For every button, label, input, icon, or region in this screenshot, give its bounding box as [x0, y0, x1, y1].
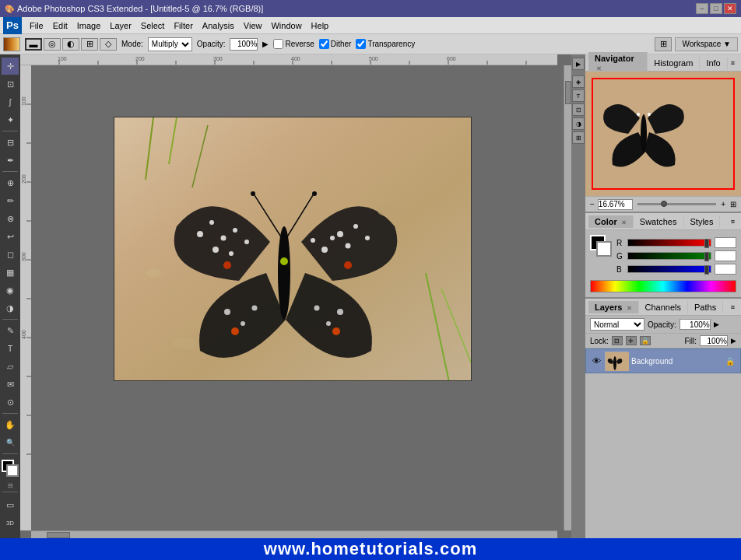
gradient-tool[interactable]: ▦ — [2, 264, 19, 281]
opacity-input[interactable] — [230, 38, 258, 51]
navigator-tab[interactable]: Navigator ✕ — [588, 52, 648, 74]
linear-gradient-btn[interactable]: ▬ — [25, 38, 42, 51]
color-close[interactable]: ✕ — [621, 219, 627, 226]
color-tab[interactable]: Color ✕ — [588, 215, 634, 228]
background-color[interactable] — [6, 464, 19, 477]
menu-image[interactable]: Image — [72, 19, 106, 32]
reflected-gradient-btn[interactable]: ⊞ — [81, 38, 98, 51]
measure-tool[interactable]: ⊙ — [2, 394, 19, 411]
magic-wand-tool[interactable]: ✦ — [2, 111, 19, 128]
notes-tool[interactable]: ✉ — [2, 376, 19, 393]
lock-all-btn[interactable]: 🔒 — [640, 336, 651, 345]
mode-dropdown[interactable]: Multiply Normal Screen Overlay — [148, 37, 192, 51]
horizontal-scrollbar[interactable] — [31, 530, 557, 538]
background-color-swatch[interactable] — [596, 241, 612, 257]
color-options-btn[interactable]: ≡ — [728, 218, 738, 226]
panel-btn-2[interactable]: T — [572, 89, 585, 102]
workspace-icon[interactable]: ⊞ — [655, 37, 672, 51]
menu-view[interactable]: View — [239, 19, 267, 32]
crop-tool[interactable]: ⊟ — [2, 134, 19, 151]
panel-btn-1[interactable]: ◈ — [572, 75, 585, 88]
g-value[interactable]: 5 — [715, 250, 736, 261]
radial-gradient-btn[interactable]: ◎ — [44, 38, 61, 51]
clone-stamp-tool[interactable]: ⊗ — [2, 210, 19, 227]
gradient-preview[interactable] — [3, 37, 20, 51]
layer-visibility-btn[interactable]: 👁 — [591, 355, 602, 366]
text-tool[interactable]: T — [2, 340, 19, 357]
pen-tool[interactable]: ✎ — [2, 322, 19, 339]
layers-mode-dropdown[interactable]: Normal Multiply Screen — [590, 318, 644, 331]
panel-btn-3[interactable]: ⊡ — [572, 103, 585, 116]
histogram-tab[interactable]: Histogram — [648, 57, 700, 69]
menu-filter[interactable]: Filter — [169, 19, 197, 32]
menu-layer[interactable]: Layer — [105, 19, 136, 32]
opacity-arrow-icon[interactable]: ▶ — [714, 320, 719, 328]
zoom-out-icon[interactable]: − — [590, 200, 595, 208]
expand-btn[interactable]: ▶ — [572, 58, 585, 70]
transparency-checkbox[interactable] — [356, 39, 366, 49]
hand-tool[interactable]: ✋ — [2, 416, 19, 433]
b-slider[interactable] — [627, 265, 711, 273]
dodge-tool[interactable]: ◑ — [2, 299, 19, 317]
r-slider-thumb[interactable] — [704, 239, 709, 248]
brush-tool[interactable]: ✏ — [2, 192, 19, 209]
navigator-options-btn[interactable]: ≡ — [728, 59, 738, 67]
zoom-tool[interactable]: 🔍 — [2, 434, 19, 451]
title-bar-controls[interactable]: − □ ✕ — [696, 3, 736, 14]
minimize-button[interactable]: − — [696, 3, 708, 14]
vertical-scrollbar[interactable] — [564, 65, 571, 530]
screen-mode-btn[interactable]: ▭ — [2, 496, 19, 513]
canvas-image[interactable] — [114, 117, 472, 381]
workspace-button[interactable]: Workspace ▼ — [675, 37, 738, 51]
opacity-arrow[interactable]: ▶ — [262, 40, 269, 48]
close-button[interactable]: ✕ — [724, 3, 736, 14]
lock-pixels-btn[interactable]: ⊡ — [612, 336, 623, 345]
v-scroll-thumb[interactable] — [565, 81, 571, 104]
menu-analysis[interactable]: Analysis — [198, 19, 239, 32]
panel-btn-5[interactable]: ⊞ — [572, 131, 585, 144]
lock-position-btn[interactable]: ✛ — [626, 336, 637, 345]
menu-edit[interactable]: Edit — [48, 19, 72, 32]
maximize-button[interactable]: □ — [710, 3, 722, 14]
channels-tab[interactable]: Channels — [639, 301, 688, 313]
zoom-expand-icon[interactable]: ⊞ — [730, 200, 736, 208]
r-slider[interactable] — [627, 239, 711, 247]
fill-arrow-icon[interactable]: ▶ — [731, 337, 736, 345]
layers-close[interactable]: ✕ — [627, 305, 632, 312]
lasso-tool[interactable]: ∫ — [2, 93, 19, 110]
shape-tool[interactable]: ▱ — [2, 358, 19, 375]
b-slider-thumb[interactable] — [704, 265, 709, 275]
eraser-tool[interactable]: ◻ — [2, 246, 19, 263]
history-brush-tool[interactable]: ↩ — [2, 228, 19, 245]
fill-input[interactable] — [700, 335, 728, 346]
menu-window[interactable]: Window — [266, 19, 306, 32]
panel-btn-4[interactable]: ◑ — [572, 117, 585, 130]
color-spectrum-bar[interactable] — [590, 280, 736, 292]
3d-btn[interactable]: 3D — [2, 514, 19, 531]
zoom-input[interactable] — [598, 199, 633, 210]
move-tool[interactable]: ✛ — [2, 58, 19, 75]
layers-tab[interactable]: Layers ✕ — [588, 301, 639, 313]
angle-gradient-btn[interactable]: ◐ — [62, 38, 79, 51]
blur-tool[interactable]: ◉ — [2, 282, 19, 299]
swatches-tab[interactable]: Swatches — [634, 215, 684, 228]
diamond-gradient-btn[interactable]: ◇ — [100, 38, 117, 51]
menu-help[interactable]: Help — [307, 19, 334, 32]
h-scroll-thumb[interactable] — [47, 532, 70, 538]
reverse-checkbox[interactable] — [273, 39, 283, 49]
eyedropper-tool[interactable]: ✒ — [2, 152, 19, 169]
rectangle-select-tool[interactable]: ⊡ — [2, 75, 19, 93]
r-value[interactable]: 5 — [715, 237, 736, 248]
quick-mask-btn[interactable]: ⊟ — [8, 482, 13, 489]
menu-file[interactable]: File — [25, 19, 48, 32]
zoom-slider-container[interactable] — [636, 203, 718, 205]
zoom-slider-thumb[interactable] — [661, 201, 667, 207]
styles-tab[interactable]: Styles — [684, 215, 721, 228]
menu-select[interactable]: Select — [136, 19, 170, 32]
b-value[interactable]: 5 — [715, 264, 736, 275]
healing-brush-tool[interactable]: ⊕ — [2, 174, 19, 191]
info-tab[interactable]: Info — [700, 57, 727, 69]
g-slider[interactable] — [627, 252, 711, 260]
dither-checkbox[interactable] — [319, 39, 329, 49]
zoom-in-icon[interactable]: + — [721, 200, 725, 208]
